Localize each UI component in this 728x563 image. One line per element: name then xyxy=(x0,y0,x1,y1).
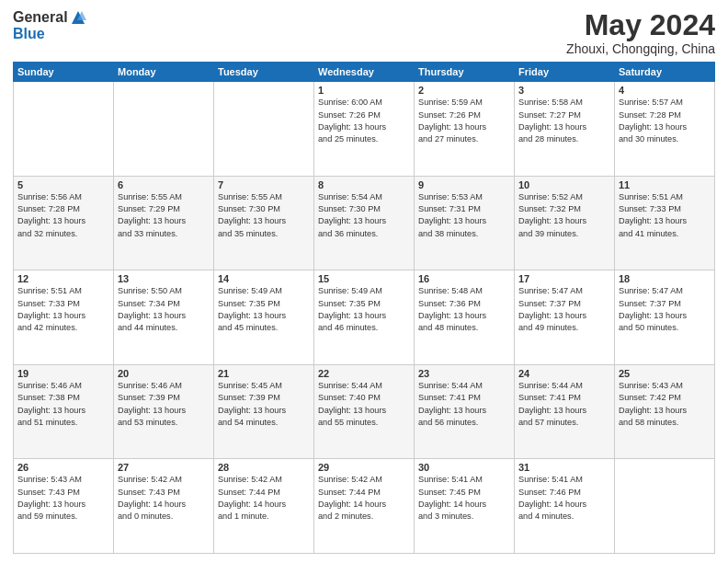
day-info: Sunrise: 5:48 AM Sunset: 7:36 PM Dayligh… xyxy=(418,285,510,334)
day-info: Sunrise: 5:41 AM Sunset: 7:45 PM Dayligh… xyxy=(418,474,510,523)
day-info: Sunrise: 5:50 AM Sunset: 7:34 PM Dayligh… xyxy=(118,285,210,334)
day-number: 4 xyxy=(619,85,711,96)
calendar-cell: 16Sunrise: 5:48 AM Sunset: 7:36 PM Dayli… xyxy=(415,270,515,365)
calendar-cell: 18Sunrise: 5:47 AM Sunset: 7:37 PM Dayli… xyxy=(615,270,715,365)
day-info: Sunrise: 5:42 AM Sunset: 7:44 PM Dayligh… xyxy=(318,474,410,523)
calendar-cell: 9Sunrise: 5:53 AM Sunset: 7:31 PM Daylig… xyxy=(415,176,515,270)
day-info: Sunrise: 5:44 AM Sunset: 7:41 PM Dayligh… xyxy=(418,380,510,429)
week-row-1: 5Sunrise: 5:56 AM Sunset: 7:28 PM Daylig… xyxy=(14,176,715,270)
day-info: Sunrise: 5:46 AM Sunset: 7:39 PM Dayligh… xyxy=(118,380,210,429)
calendar-cell: 5Sunrise: 5:56 AM Sunset: 7:28 PM Daylig… xyxy=(14,176,114,270)
logo-general-text: General xyxy=(13,9,68,26)
calendar-cell: 22Sunrise: 5:44 AM Sunset: 7:40 PM Dayli… xyxy=(314,364,415,459)
day-number: 12 xyxy=(17,273,109,284)
day-number: 11 xyxy=(619,179,711,190)
day-info: Sunrise: 5:42 AM Sunset: 7:44 PM Dayligh… xyxy=(218,474,310,523)
day-number: 24 xyxy=(518,368,610,379)
day-info: Sunrise: 5:44 AM Sunset: 7:41 PM Dayligh… xyxy=(518,380,610,429)
calendar-cell: 7Sunrise: 5:55 AM Sunset: 7:30 PM Daylig… xyxy=(214,176,314,270)
day-number: 9 xyxy=(418,179,510,190)
day-info: Sunrise: 5:49 AM Sunset: 7:35 PM Dayligh… xyxy=(218,285,310,334)
weekday-header-friday: Friday xyxy=(515,63,615,82)
header: General Blue May 2024 Zhouxi, Chongqing,… xyxy=(13,9,715,56)
day-info: Sunrise: 5:41 AM Sunset: 7:46 PM Dayligh… xyxy=(518,474,610,523)
day-number: 10 xyxy=(518,179,610,190)
day-info: Sunrise: 5:51 AM Sunset: 7:33 PM Dayligh… xyxy=(619,191,711,240)
day-number: 14 xyxy=(218,273,310,284)
calendar-cell: 4Sunrise: 5:57 AM Sunset: 7:28 PM Daylig… xyxy=(615,82,715,177)
day-number: 29 xyxy=(318,462,410,473)
calendar-cell: 6Sunrise: 5:55 AM Sunset: 7:29 PM Daylig… xyxy=(114,176,214,270)
day-number: 25 xyxy=(619,368,711,379)
day-number: 5 xyxy=(17,179,109,190)
day-info: Sunrise: 5:59 AM Sunset: 7:26 PM Dayligh… xyxy=(418,97,510,145)
calendar-cell: 19Sunrise: 5:46 AM Sunset: 7:38 PM Dayli… xyxy=(14,364,114,459)
day-info: Sunrise: 5:47 AM Sunset: 7:37 PM Dayligh… xyxy=(518,285,610,334)
day-info: Sunrise: 5:45 AM Sunset: 7:39 PM Dayligh… xyxy=(218,380,310,429)
week-row-4: 26Sunrise: 5:43 AM Sunset: 7:43 PM Dayli… xyxy=(14,459,715,554)
day-info: Sunrise: 5:51 AM Sunset: 7:33 PM Dayligh… xyxy=(17,285,109,334)
day-number: 21 xyxy=(218,368,310,379)
calendar-cell: 13Sunrise: 5:50 AM Sunset: 7:34 PM Dayli… xyxy=(114,270,214,365)
day-info: Sunrise: 5:56 AM Sunset: 7:28 PM Dayligh… xyxy=(17,191,109,240)
day-number: 13 xyxy=(118,273,210,284)
calendar-cell: 23Sunrise: 5:44 AM Sunset: 7:41 PM Dayli… xyxy=(415,364,515,459)
calendar-cell: 2Sunrise: 5:59 AM Sunset: 7:26 PM Daylig… xyxy=(415,82,515,177)
day-info: Sunrise: 5:52 AM Sunset: 7:32 PM Dayligh… xyxy=(518,191,610,240)
calendar-cell: 12Sunrise: 5:51 AM Sunset: 7:33 PM Dayli… xyxy=(14,270,114,365)
calendar-cell: 26Sunrise: 5:43 AM Sunset: 7:43 PM Dayli… xyxy=(14,459,114,554)
week-row-2: 12Sunrise: 5:51 AM Sunset: 7:33 PM Dayli… xyxy=(14,270,715,365)
calendar-table: SundayMondayTuesdayWednesdayThursdayFrid… xyxy=(13,62,715,554)
calendar-cell: 11Sunrise: 5:51 AM Sunset: 7:33 PM Dayli… xyxy=(615,176,715,270)
week-row-0: 1Sunrise: 6:00 AM Sunset: 7:26 PM Daylig… xyxy=(14,82,715,177)
calendar-cell: 27Sunrise: 5:42 AM Sunset: 7:43 PM Dayli… xyxy=(114,459,214,554)
day-info: Sunrise: 5:46 AM Sunset: 7:38 PM Dayligh… xyxy=(17,380,109,429)
weekday-header-sunday: Sunday xyxy=(14,63,114,82)
calendar-cell: 30Sunrise: 5:41 AM Sunset: 7:45 PM Dayli… xyxy=(415,459,515,554)
day-info: Sunrise: 5:42 AM Sunset: 7:43 PM Dayligh… xyxy=(118,474,210,523)
weekday-header-wednesday: Wednesday xyxy=(314,63,415,82)
day-info: Sunrise: 5:47 AM Sunset: 7:37 PM Dayligh… xyxy=(619,285,711,334)
title-block: May 2024 Zhouxi, Chongqing, China xyxy=(566,9,715,56)
calendar-cell xyxy=(114,82,214,177)
day-number: 23 xyxy=(418,368,510,379)
day-info: Sunrise: 5:58 AM Sunset: 7:27 PM Dayligh… xyxy=(518,97,610,145)
day-info: Sunrise: 5:44 AM Sunset: 7:40 PM Dayligh… xyxy=(318,380,410,429)
day-number: 7 xyxy=(218,179,310,190)
logo-icon xyxy=(70,9,86,26)
page: General Blue May 2024 Zhouxi, Chongqing,… xyxy=(0,0,728,563)
day-number: 19 xyxy=(17,368,109,379)
day-number: 28 xyxy=(218,462,310,473)
calendar-cell: 17Sunrise: 5:47 AM Sunset: 7:37 PM Dayli… xyxy=(515,270,615,365)
day-info: Sunrise: 5:53 AM Sunset: 7:31 PM Dayligh… xyxy=(418,191,510,240)
day-number: 26 xyxy=(17,462,109,473)
calendar-cell: 8Sunrise: 5:54 AM Sunset: 7:30 PM Daylig… xyxy=(314,176,415,270)
calendar-cell: 29Sunrise: 5:42 AM Sunset: 7:44 PM Dayli… xyxy=(314,459,415,554)
day-number: 16 xyxy=(418,273,510,284)
weekday-header-row: SundayMondayTuesdayWednesdayThursdayFrid… xyxy=(14,63,715,82)
day-info: Sunrise: 5:57 AM Sunset: 7:28 PM Dayligh… xyxy=(619,97,711,145)
location: Zhouxi, Chongqing, China xyxy=(566,41,715,56)
day-info: Sunrise: 5:49 AM Sunset: 7:35 PM Dayligh… xyxy=(318,285,410,334)
day-number: 1 xyxy=(318,85,410,96)
weekday-header-thursday: Thursday xyxy=(415,63,515,82)
day-info: Sunrise: 6:00 AM Sunset: 7:26 PM Dayligh… xyxy=(318,97,410,145)
day-number: 22 xyxy=(318,368,410,379)
calendar-cell: 20Sunrise: 5:46 AM Sunset: 7:39 PM Dayli… xyxy=(114,364,214,459)
calendar-cell: 24Sunrise: 5:44 AM Sunset: 7:41 PM Dayli… xyxy=(515,364,615,459)
day-number: 3 xyxy=(518,85,610,96)
calendar-cell: 1Sunrise: 6:00 AM Sunset: 7:26 PM Daylig… xyxy=(314,82,415,177)
day-number: 6 xyxy=(118,179,210,190)
week-row-3: 19Sunrise: 5:46 AM Sunset: 7:38 PM Dayli… xyxy=(14,364,715,459)
month-title: May 2024 xyxy=(566,9,715,41)
logo: General Blue xyxy=(13,9,86,42)
calendar-cell: 3Sunrise: 5:58 AM Sunset: 7:27 PM Daylig… xyxy=(515,82,615,177)
calendar-cell: 21Sunrise: 5:45 AM Sunset: 7:39 PM Dayli… xyxy=(214,364,314,459)
calendar-cell xyxy=(14,82,114,177)
calendar-cell: 28Sunrise: 5:42 AM Sunset: 7:44 PM Dayli… xyxy=(214,459,314,554)
day-number: 15 xyxy=(318,273,410,284)
day-number: 8 xyxy=(318,179,410,190)
calendar-cell xyxy=(615,459,715,554)
calendar-cell xyxy=(214,82,314,177)
day-number: 17 xyxy=(518,273,610,284)
